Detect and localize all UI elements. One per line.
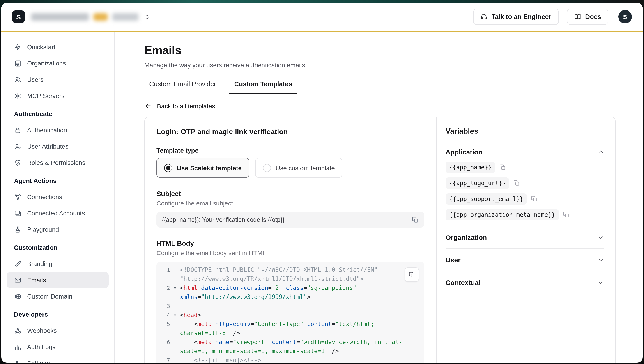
editor-copy-button[interactable]: [404, 267, 419, 282]
line-number: 6: [156, 338, 170, 347]
tab-custom-email-provider[interactable]: Custom Email Provider: [144, 80, 221, 94]
sidebar-group-label: Customization: [1, 239, 114, 256]
subject-input[interactable]: {{app_name}}: Your verification code is …: [156, 212, 424, 228]
app-window: S Talk to an Engineer Docs S Quic: [1, 3, 643, 363]
chevron-up-icon: [597, 148, 604, 155]
variables-section-label: User: [446, 256, 461, 264]
mcp-icon: [14, 92, 22, 100]
variable-chip[interactable]: {{app_name}}: [446, 162, 495, 173]
fold-icon: ▾: [170, 284, 180, 293]
line-number: 3: [156, 302, 170, 311]
sliders-icon: [14, 359, 22, 363]
variables-section-organization[interactable]: Organization: [446, 226, 604, 248]
workspace-badge-redacted: [93, 13, 108, 21]
variables-section-application[interactable]: Application: [446, 146, 604, 157]
sidebar-item-user-attributes[interactable]: User Attributes: [7, 138, 109, 154]
variable-chip[interactable]: {{app_organization_meta_name}}: [446, 209, 559, 220]
building-icon: [14, 59, 22, 67]
sidebar-item-label: Webhooks: [27, 327, 57, 334]
variables-panel: Variables Application{{app_name}}{{app_l…: [436, 117, 615, 363]
line-number: 1: [156, 266, 170, 275]
stack-icon: [14, 209, 22, 217]
sidebar-item-connections[interactable]: Connections: [7, 189, 109, 205]
book-icon: [574, 13, 581, 20]
workspace-env-redacted: [112, 13, 138, 21]
radio-icon: [263, 164, 271, 172]
sidebar-item-label: Connections: [27, 193, 62, 201]
sidebar-item-label: User Attributes: [27, 143, 68, 150]
sidebar-item-quickstart[interactable]: Quickstart: [7, 39, 109, 55]
chevron-down-icon: [597, 256, 604, 264]
code-line: 3: [156, 302, 419, 311]
sidebar-item-emails[interactable]: Emails: [7, 272, 109, 288]
sidebar-item-branding[interactable]: Branding: [7, 256, 109, 272]
code-text: <meta name="viewport" content="width=dev…: [180, 338, 419, 356]
option-use-scalekit-template[interactable]: Use Scalekit template: [156, 158, 250, 178]
user-avatar[interactable]: S: [618, 10, 632, 24]
code-text: <!DOCTYPE html PUBLIC "-//W3C//DTD XHTML…: [180, 266, 419, 284]
sidebar-item-custom-domain[interactable]: Custom Domain: [7, 288, 109, 304]
template-card: Login: OTP and magic link verification T…: [144, 116, 616, 363]
sidebar-item-label: Playground: [27, 226, 59, 233]
variables-body: Application{{app_name}}{{app_logo_url}}{…: [446, 135, 604, 294]
sidebar-item-authentication[interactable]: Authentication: [7, 122, 109, 138]
copy-icon[interactable]: [499, 164, 506, 171]
sidebar-item-playground[interactable]: Playground: [7, 221, 109, 238]
subject-value: {{app_name}}: Your verification code is …: [162, 216, 407, 223]
variable-chip[interactable]: {{app_logo_url}}: [446, 177, 509, 189]
variable-chip[interactable]: {{app_support_email}}: [446, 193, 527, 205]
sidebar-group-label: Agent Actions: [1, 172, 114, 189]
code-line: 7 <!--[if !mso]><!-->: [156, 356, 419, 363]
variable-row: {{app_support_email}}: [446, 193, 604, 205]
sidebar-group-label: Authenticate: [1, 106, 114, 122]
option-label: Use Scalekit template: [177, 164, 242, 171]
sidebar-item-organizations[interactable]: Organizations: [7, 55, 109, 71]
sidebar-item-auth-logs[interactable]: Auth Logs: [7, 339, 109, 355]
copy-icon[interactable]: [412, 216, 419, 223]
sidebar-item-label: Users: [27, 76, 44, 83]
lightning-icon: [14, 43, 22, 51]
variable-row: {{app_organization_meta_name}}: [446, 209, 604, 220]
talk-to-engineer-label: Talk to an Engineer: [492, 13, 551, 20]
code-line: 2▾<html data-editor-version="2" class="s…: [156, 284, 419, 302]
workspace-switcher[interactable]: [31, 13, 151, 21]
code-line: 4▾<head>: [156, 311, 419, 320]
talk-to-engineer-button[interactable]: Talk to an Engineer: [473, 9, 558, 25]
html-body-editor[interactable]: 1<!DOCTYPE html PUBLIC "-//W3C//DTD XHTM…: [156, 262, 424, 363]
back-link[interactable]: Back to all templates: [144, 102, 616, 110]
line-number: 5: [156, 320, 170, 329]
sidebar-item-label: Connected Accounts: [27, 210, 85, 217]
code-line: 1<!DOCTYPE html PUBLIC "-//W3C//DTD XHTM…: [156, 266, 419, 284]
docs-button[interactable]: Docs: [567, 9, 608, 25]
sidebar-item-roles-permissions[interactable]: Roles & Permissions: [7, 154, 109, 171]
back-label: Back to all templates: [157, 102, 215, 109]
webhook-icon: [14, 327, 22, 334]
variables-section-contextual[interactable]: Contextual: [446, 271, 604, 294]
sidebar-item-label: Settings: [27, 359, 50, 363]
sidebar-item-label: Auth Logs: [27, 343, 56, 350]
sidebar-item-connected-accounts[interactable]: Connected Accounts: [7, 205, 109, 221]
code-lines: 1<!DOCTYPE html PUBLIC "-//W3C//DTD XHTM…: [156, 266, 419, 363]
template-pane: Login: OTP and magic link verification T…: [145, 117, 436, 363]
sidebar-item-settings[interactable]: Settings: [7, 355, 109, 363]
tab-custom-templates[interactable]: Custom Templates: [229, 80, 297, 94]
desktop-background: S Talk to an Engineer Docs S Quic: [0, 0, 644, 364]
code-text: <html data-editor-version="2" class="sg-…: [180, 284, 419, 302]
copy-icon[interactable]: [563, 211, 570, 218]
flask-icon: [14, 226, 22, 233]
sidebar-item-webhooks[interactable]: Webhooks: [7, 322, 109, 339]
sidebar-item-label: Organizations: [27, 60, 66, 67]
variables-heading: Variables: [446, 127, 604, 135]
sidebar-item-users[interactable]: Users: [7, 71, 109, 88]
copy-icon[interactable]: [513, 180, 520, 187]
option-use-custom-template[interactable]: Use custom template: [255, 158, 342, 178]
page-title: Emails: [144, 43, 616, 57]
variables-section-user[interactable]: User: [446, 248, 604, 271]
sidebar-item-mcp-servers[interactable]: MCP Servers: [7, 88, 109, 104]
app-logo: S: [12, 10, 25, 23]
variables-section-label: Contextual: [446, 279, 480, 286]
sidebar-item-label: Roles & Permissions: [27, 159, 85, 166]
lock-icon: [14, 126, 22, 134]
workspace-name-redacted: [31, 13, 89, 21]
copy-icon[interactable]: [531, 196, 538, 202]
